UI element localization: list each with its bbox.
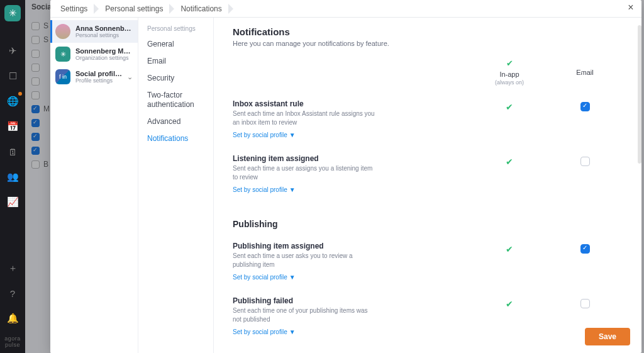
- check-icon: ✔: [506, 102, 513, 112]
- crumb-personal[interactable]: Personal settings: [99, 0, 174, 18]
- notif-desc: Sent each time one of your publishing it…: [233, 306, 377, 323]
- notif-title: Publishing item assigned: [233, 242, 472, 250]
- caret-down-icon: ▼: [289, 186, 296, 193]
- crumb-settings[interactable]: Settings: [54, 0, 99, 18]
- avatar: [55, 24, 70, 39]
- settings-nav-heading: Personal settings: [141, 25, 211, 36]
- set-by-profile-link[interactable]: Set by social profile ▼: [233, 274, 296, 281]
- page-title: Notifications: [233, 26, 623, 37]
- notif-desc: Sent each time a user assigns you a list…: [233, 164, 377, 181]
- notification-row: Publishing item assignedSent each time a…: [233, 234, 623, 289]
- settings-modal: Settings Personal settings Notifications…: [50, 0, 641, 353]
- app-logo-icon[interactable]: ✳: [4, 5, 21, 21]
- notifications-panel: Notifications Here you can manage your n…: [214, 18, 641, 353]
- reports-icon[interactable]: 📈: [4, 194, 21, 210]
- notification-row: Listening item assignedSent each time a …: [233, 147, 623, 201]
- org-subtitle: Profile settings: [75, 77, 122, 84]
- notification-row: Inbox assistant ruleSent each time an In…: [233, 92, 623, 147]
- publishing-heading: Publishing: [233, 219, 623, 229]
- check-icon: ✔: [506, 157, 513, 167]
- app-rail: ✳ ✈ ☐ 🌐 📅 🗓 👥 📈 ＋ ? 🔔 agora pulse: [0, 0, 25, 353]
- email-checkbox[interactable]: [580, 299, 590, 308]
- settings-nav: Personal settings GeneralEmailSecurityTw…: [138, 18, 214, 353]
- listening-icon[interactable]: 🌐: [4, 93, 21, 109]
- add-icon[interactable]: ＋: [4, 260, 21, 276]
- nav-item-two-factor-authentication[interactable]: Two-factor authentication: [141, 87, 211, 113]
- crumb-notifications[interactable]: Notifications: [174, 0, 233, 18]
- org-icon: f in: [55, 69, 70, 84]
- nav-item-general[interactable]: General: [141, 36, 211, 53]
- org-item-0[interactable]: Anna SonnenbergPersonal settings: [50, 20, 138, 43]
- email-checkbox[interactable]: [580, 102, 590, 111]
- email-column: Email: [547, 69, 623, 76]
- org-title: Social profiles: [75, 70, 122, 78]
- bell-icon[interactable]: 🔔: [4, 310, 21, 327]
- email-checkbox[interactable]: [580, 244, 590, 254]
- org-title: Anna Sonnenberg: [75, 25, 133, 33]
- notif-title: Listening item assigned: [233, 154, 472, 163]
- nav-item-advanced[interactable]: Advanced: [141, 113, 211, 130]
- notif-desc: Sent each time a user asks you to review…: [233, 252, 377, 269]
- org-item-1[interactable]: ✳Sonnenberg MediaOrganization settings: [50, 43, 138, 65]
- set-by-profile-link[interactable]: Set by social profile ▼: [233, 328, 296, 335]
- chevron-down-icon: ⌄: [127, 73, 133, 81]
- org-subtitle: Personal settings: [75, 32, 133, 38]
- team-icon[interactable]: 👥: [4, 169, 21, 185]
- breadcrumb: Settings Personal settings Notifications…: [50, 0, 641, 18]
- send-icon[interactable]: ✈: [4, 43, 21, 59]
- caret-down-icon: ▼: [289, 328, 296, 335]
- notif-desc: Sent each time an Inbox Assistant rule a…: [233, 109, 377, 126]
- inapp-column: ✔ In-app (always on): [472, 59, 547, 86]
- set-by-profile-link[interactable]: Set by social profile ▼: [233, 132, 296, 138]
- check-icon: ✔: [472, 59, 547, 68]
- help-icon[interactable]: ?: [4, 285, 21, 301]
- page-subtitle: Here you can manage your notifications b…: [233, 40, 623, 47]
- inbox-icon[interactable]: ☐: [4, 68, 21, 84]
- caret-down-icon: ▼: [289, 274, 296, 281]
- save-button[interactable]: Save: [585, 328, 630, 345]
- column-headers: ✔ In-app (always on) Email: [233, 59, 623, 86]
- org-item-2[interactable]: f inSocial profilesProfile settings⌄: [50, 65, 138, 88]
- set-by-profile-link[interactable]: Set by social profile ▼: [233, 186, 296, 193]
- notification-row: Publishing failedSent each time one of y…: [233, 289, 623, 344]
- org-icon: ✳: [55, 47, 70, 62]
- check-icon: ✔: [506, 299, 513, 309]
- check-icon: ✔: [506, 244, 513, 254]
- org-sidebar: Anna SonnenbergPersonal settings✳Sonnenb…: [50, 18, 138, 353]
- calendar-icon[interactable]: 📅: [4, 118, 21, 135]
- brand-label: agora pulse: [0, 335, 25, 353]
- caret-down-icon: ▼: [289, 132, 296, 138]
- nav-item-security[interactable]: Security: [141, 70, 211, 87]
- schedule-icon[interactable]: 🗓: [4, 143, 21, 160]
- notif-title: Publishing failed: [233, 296, 472, 305]
- email-checkbox[interactable]: [580, 157, 590, 166]
- notif-title: Inbox assistant rule: [233, 99, 472, 108]
- scrollbar[interactable]: [638, 25, 641, 164]
- org-title: Sonnenberg Media: [75, 47, 133, 55]
- org-subtitle: Organization settings: [75, 55, 133, 61]
- nav-item-notifications[interactable]: Notifications: [141, 130, 211, 147]
- nav-item-email[interactable]: Email: [141, 53, 211, 70]
- close-icon[interactable]: ×: [625, 3, 636, 14]
